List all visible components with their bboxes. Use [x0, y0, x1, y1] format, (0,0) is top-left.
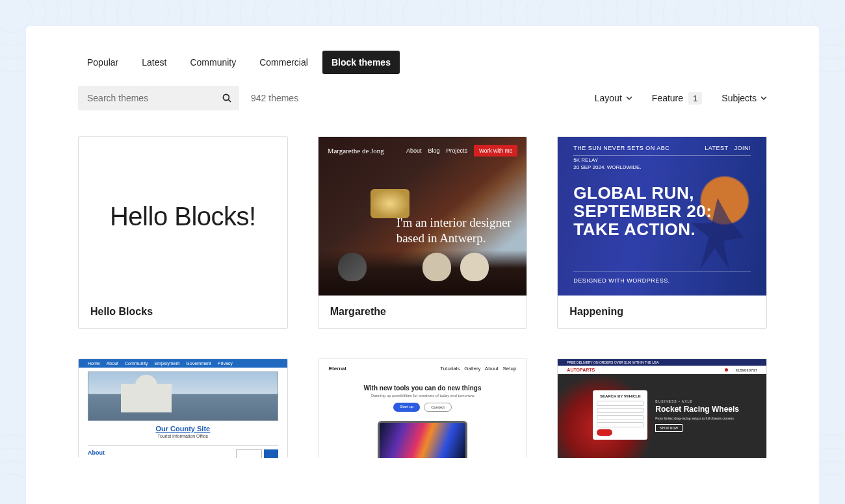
preview-site-name: Our County Site	[79, 425, 287, 433]
preview-subline: 20 SEP 2024. WORLDWIDE.	[573, 164, 641, 171]
preview-decor	[370, 189, 410, 218]
tab-commercial[interactable]: Commercial	[250, 51, 317, 74]
filter-feature[interactable]: Feature 1	[652, 92, 702, 105]
theme-preview: Home About Community Employment Governme…	[79, 359, 287, 458]
preview-menu-item: Community	[125, 361, 148, 366]
filter-subjects-label: Subjects	[722, 93, 757, 103]
preview-section-title: About	[88, 449, 105, 458]
preview-brand: Eternal	[329, 366, 346, 372]
preview-headline: GLOBAL RUN, SEPTEMBER 20: TAKE ACTION.	[573, 184, 740, 238]
preview-topbar-left: THE SUN NEVER SETS ON ABC	[573, 145, 670, 151]
preview-decor	[338, 253, 367, 281]
preview-decor	[422, 253, 451, 281]
preview-menu-item: Employment	[154, 361, 179, 366]
filter-feature-count: 1	[688, 92, 702, 105]
chevron-down-icon	[760, 93, 767, 103]
filter-layout[interactable]: Layout	[595, 93, 632, 103]
preview-topbar-link: LATEST	[705, 145, 728, 151]
filter-feature-label: Feature	[652, 93, 683, 103]
preview-menu-item: Government	[186, 361, 211, 366]
category-tabs: Popular Latest Community Commercial Bloc…	[78, 51, 767, 74]
preview-headline: Hello Blocks!	[110, 202, 256, 231]
theme-card[interactable]: THE SUN NEVER SETS ON ABC LATEST JOIN! 5…	[557, 136, 767, 329]
preview-primary-button: Start up	[393, 403, 420, 412]
tab-latest[interactable]: Latest	[133, 51, 176, 74]
theme-title: Hello Blocks	[79, 296, 287, 328]
toolbar: 942 themes Layout Feature 1 Subjects	[78, 86, 767, 110]
preview-panel-title: SEARCH BY VEHICLE	[597, 394, 644, 398]
preview-menu-item: About	[485, 366, 499, 372]
preview-brand: Margarethe de Jong	[328, 147, 384, 155]
preview-menu-item: Gallery	[464, 366, 480, 372]
preview-menu-item: Tutorials	[440, 366, 460, 372]
preview-brand: AUTOPARTS	[567, 368, 595, 372]
theme-title: Margarethe	[318, 296, 527, 328]
preview-phone: 3189030737	[736, 368, 757, 372]
theme-preview: FREE DELIVERY ON ORDERS OVER $100 WITHIN…	[558, 359, 766, 458]
result-count: 942 themes	[251, 93, 298, 103]
preview-menu-item: Blog	[428, 147, 439, 154]
preview-menu-item: About	[406, 147, 422, 154]
preview-search-button	[264, 449, 278, 458]
theme-preview: Margarethe de Jong About Blog Projects W…	[318, 137, 527, 296]
preview-subline: 5K RELAY	[573, 157, 641, 164]
preview-go-button	[597, 429, 612, 436]
preview-cta: SHOP NOW	[655, 424, 682, 432]
theme-card[interactable]: Hello Blocks! Hello Blocks	[78, 136, 288, 329]
preview-menu-item: Privacy	[218, 361, 233, 366]
preview-footer: DESIGNED WITH WORDPRESS.	[573, 271, 751, 284]
preview-menu-item: Setup	[502, 366, 516, 372]
preview-search-field	[236, 449, 262, 458]
filter-layout-label: Layout	[595, 93, 622, 103]
preview-headline: Rocket Racing Wheels	[655, 405, 757, 414]
preview-announcement: FREE DELIVERY ON ORDERS OVER $100 WITHIN…	[558, 359, 766, 366]
preview-menu-item: Projects	[446, 147, 467, 154]
chevron-down-icon	[626, 93, 632, 103]
theme-card[interactable]: Margarethe de Jong About Blog Projects W…	[318, 136, 528, 329]
svg-point-4	[223, 94, 229, 100]
preview-decor	[460, 253, 489, 281]
theme-card[interactable]: Home About Community Employment Governme…	[78, 359, 288, 458]
theme-grid: Hello Blocks! Hello Blocks Margarethe de…	[78, 136, 767, 458]
preview-subline: Opening up possibilities for creatives o…	[318, 394, 527, 397]
theme-preview: THE SUN NEVER SETS ON ABC LATEST JOIN! 5…	[558, 137, 766, 296]
preview-search-panel: SEARCH BY VEHICLE	[593, 390, 647, 440]
search-input[interactable]	[87, 93, 221, 103]
theme-card[interactable]: Eternal Tutorials Gallery About Setup Wi…	[318, 359, 528, 458]
theme-title: Happening	[558, 296, 766, 328]
main-panel: Popular Latest Community Commercial Bloc…	[26, 26, 819, 504]
tab-block-themes[interactable]: Block themes	[322, 51, 400, 74]
preview-menu-item: About	[107, 361, 118, 366]
theme-preview: Hello Blocks!	[79, 137, 287, 296]
filter-subjects[interactable]: Subjects	[722, 93, 767, 103]
preview-menu-item: Home	[88, 361, 100, 366]
tab-popular[interactable]: Popular	[78, 51, 127, 74]
preview-topbar-link: JOIN!	[734, 145, 751, 151]
preview-headline: With new tools you can do new things	[318, 384, 527, 392]
preview-headline: I'm an interior designer based in Antwer…	[396, 215, 514, 246]
tab-community[interactable]: Community	[181, 51, 245, 74]
preview-kicker: BUSINESS • AXLE	[655, 399, 757, 403]
preview-secondary-button: Contact	[424, 403, 452, 412]
search-icon[interactable]	[221, 92, 233, 104]
cart-icon	[725, 368, 728, 372]
search-field-wrap[interactable]	[78, 86, 239, 110]
preview-subtitle: Tourist Information Office	[79, 434, 287, 438]
theme-preview: Eternal Tutorials Gallery About Setup Wi…	[318, 359, 527, 458]
preview-device-mock	[378, 421, 467, 458]
theme-card[interactable]: FREE DELIVERY ON ORDERS OVER $100 WITHIN…	[557, 359, 767, 458]
preview-cta: Work with me	[474, 145, 517, 157]
preview-subline: From limited drag-racing setups to full …	[655, 416, 757, 420]
preview-hero-image	[88, 372, 278, 421]
svg-line-5	[228, 99, 231, 102]
